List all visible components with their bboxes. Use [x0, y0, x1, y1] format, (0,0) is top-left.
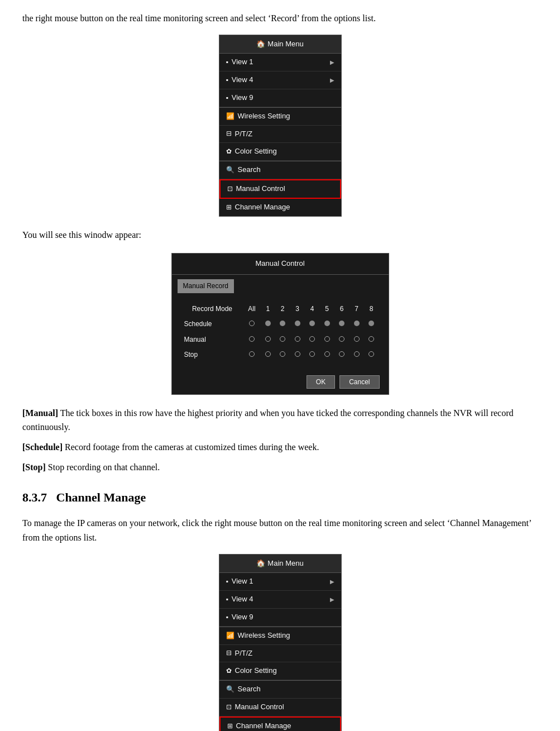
schedule-bold: [Schedule]: [22, 442, 63, 452]
intro-paragraph: the right mouse button on the real time …: [22, 11, 538, 26]
section-title: Channel Manage: [56, 490, 146, 504]
channel-cell-0: [261, 348, 274, 362]
channel-cell-5: [335, 348, 348, 362]
table-header: 7: [350, 302, 363, 316]
channel-cell-3: [305, 317, 319, 331]
stop-bold: [Stop]: [22, 462, 46, 472]
record-table: Record ModeAll12345678 ScheduleManualSto…: [181, 301, 380, 363]
section-heading: 8.3.7 Channel Manage: [22, 488, 538, 507]
channel-cell-4: [320, 348, 333, 362]
channel-cell-0: [261, 317, 274, 331]
dialog-screenshot: Manual Control Manual Record Record Mode…: [22, 253, 538, 395]
channel-cell-7: [365, 333, 379, 347]
row-label: Stop: [182, 348, 243, 362]
channel-cell-6: [350, 348, 363, 362]
table-header: 5: [320, 302, 333, 316]
ok-button[interactable]: OK: [307, 375, 335, 389]
menu-title: 🏠Main Menu: [219, 35, 341, 54]
channel-cell-0: [261, 333, 274, 347]
channel-cell-5: [335, 317, 348, 331]
record-body: ScheduleManualStop: [182, 317, 379, 362]
channel-cell-5: [335, 333, 348, 347]
menu-screenshot-1: 🏠Main Menu▪View 1▶▪View 4▶▪View 9📶Wirele…: [22, 35, 538, 217]
menu-item-3[interactable]: 📶Wireless Setting: [219, 108, 341, 126]
dialog-tab: Manual Record: [172, 275, 389, 298]
menu-item-1[interactable]: ▪View 4▶: [219, 71, 341, 89]
menu-item-6[interactable]: 🔍Search: [219, 161, 341, 179]
menu-item-8[interactable]: ⊞Channel Manage: [219, 716, 341, 731]
table-header: Record Mode: [182, 302, 243, 316]
channel-cell-1: [276, 317, 289, 331]
menu-item-0[interactable]: ▪View 1▶: [219, 54, 341, 71]
menu-title: 🏠Main Menu: [219, 555, 341, 574]
menu-box-1: 🏠Main Menu▪View 1▶▪View 4▶▪View 9📶Wirele…: [219, 35, 342, 217]
record-header-row: Record ModeAll12345678: [182, 302, 379, 316]
row-all: [243, 333, 260, 347]
row-label: Schedule: [182, 317, 243, 331]
row-all: [243, 348, 260, 362]
channel-cell-4: [320, 333, 333, 347]
channel-cell-2: [290, 317, 304, 331]
table-header: 8: [365, 302, 379, 316]
section-number: 8.3.7: [22, 490, 47, 504]
table-row: Stop: [182, 348, 379, 362]
dialog-buttons: OK Cancel: [172, 370, 389, 394]
menu-box-2: 🏠Main Menu▪View 1▶▪View 4▶▪View 9📶Wirele…: [219, 554, 342, 731]
channel-cell-4: [320, 317, 333, 331]
table-header: 6: [335, 302, 348, 316]
table-header: All: [243, 302, 260, 316]
menu-screenshot-2: 🏠Main Menu▪View 1▶▪View 4▶▪View 9📶Wirele…: [22, 554, 538, 731]
channel-cell-3: [305, 333, 319, 347]
menu-item-7[interactable]: ⊡Manual Control: [219, 699, 341, 716]
channel-cell-1: [276, 348, 289, 362]
menu-item-5[interactable]: ✿Color Setting: [219, 143, 341, 161]
manual-explanation: [Manual] The tick boxes in this row have…: [22, 406, 538, 434]
channel-cell-2: [290, 348, 304, 362]
table-row: Schedule: [182, 317, 379, 331]
menu-item-4[interactable]: ⊟P/T/Z: [219, 126, 341, 144]
channel-cell-3: [305, 348, 319, 362]
body-paragraph-2: To manage the IP cameras on your network…: [22, 516, 538, 544]
table-header: 3: [290, 302, 304, 316]
menu-item-2[interactable]: ▪View 9: [219, 89, 341, 107]
menu-item-3[interactable]: 📶Wireless Setting: [219, 627, 341, 645]
channel-cell-6: [350, 333, 363, 347]
menu-item-7[interactable]: ⊡Manual Control: [219, 179, 341, 199]
row-label: Manual: [182, 333, 243, 347]
menu-item-1[interactable]: ▪View 4▶: [219, 591, 341, 609]
row-all: [243, 317, 260, 331]
stop-explanation: [Stop] Stop recording on that channel.: [22, 460, 538, 475]
menu-item-6[interactable]: 🔍Search: [219, 681, 341, 699]
dialog-content: Record ModeAll12345678 ScheduleManualSto…: [172, 298, 389, 370]
schedule-body: Record footage from the cameras at custo…: [65, 442, 319, 452]
table-header: 1: [261, 302, 274, 316]
dialog-title: Manual Control: [172, 254, 389, 275]
stop-body: Stop recording on that channel.: [48, 462, 160, 472]
channel-cell-2: [290, 333, 304, 347]
channel-cell-6: [350, 317, 363, 331]
cancel-button[interactable]: Cancel: [339, 375, 379, 389]
menu-item-4[interactable]: ⊟P/T/Z: [219, 645, 341, 663]
menu-item-8[interactable]: ⊞Channel Manage: [219, 199, 341, 216]
menu-item-5[interactable]: ✿Color Setting: [219, 662, 341, 680]
channel-cell-7: [365, 317, 379, 331]
manual-bold: [Manual]: [22, 408, 58, 418]
table-header: 4: [305, 302, 319, 316]
channel-cell-7: [365, 348, 379, 362]
channel-cell-1: [276, 333, 289, 347]
table-header: 2: [276, 302, 289, 316]
menu-item-2[interactable]: ▪View 9: [219, 609, 341, 627]
schedule-explanation: [Schedule] Record footage from the camer…: [22, 440, 538, 455]
manual-control-dialog: Manual Control Manual Record Record Mode…: [171, 253, 389, 395]
table-row: Manual: [182, 333, 379, 347]
menu-item-0[interactable]: ▪View 1▶: [219, 573, 341, 591]
window-appear-text: You will see this winodw appear:: [22, 228, 538, 242]
manual-body: The tick boxes in this row have the high…: [22, 408, 514, 432]
